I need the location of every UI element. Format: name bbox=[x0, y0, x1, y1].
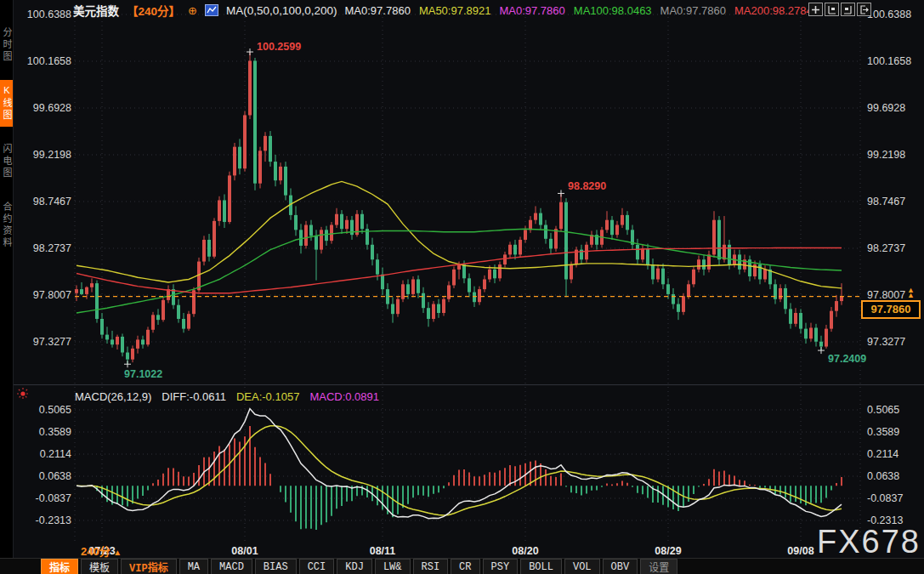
svg-text:100.1658: 100.1658 bbox=[27, 55, 71, 67]
svg-text:100.1658: 100.1658 bbox=[867, 55, 911, 67]
chart-header: 美元指数 【240分】 ⊕ MA(0,50,0,100,0,200) MA0:9… bbox=[73, 2, 821, 19]
svg-text:99.6928: 99.6928 bbox=[33, 102, 71, 114]
toolbar-button-VIP指标[interactable]: VIP指标 bbox=[121, 559, 177, 574]
svg-text:-0.0837: -0.0837 bbox=[867, 492, 903, 504]
svg-text:99.2198: 99.2198 bbox=[867, 149, 905, 161]
ma-value-label: MA0:97.7860 bbox=[345, 4, 411, 17]
svg-text:-0.0837: -0.0837 bbox=[36, 492, 71, 504]
sidebar-tab-3[interactable]: 合约资料 bbox=[0, 196, 13, 254]
toolbar-button-LW&[interactable]: LW& bbox=[375, 559, 411, 574]
toolbar-button-指标[interactable]: 指标 bbox=[41, 559, 78, 574]
toolbar-button-OBV[interactable]: OBV bbox=[603, 559, 638, 574]
sidebar-tab-1[interactable]: K线图 bbox=[0, 80, 13, 127]
zoom-axis-left-icon[interactable] bbox=[825, 3, 839, 16]
chart-tool-buttons bbox=[808, 3, 871, 16]
svg-text:98.2737: 98.2737 bbox=[33, 242, 71, 254]
svg-text:0.0638: 0.0638 bbox=[867, 470, 899, 482]
svg-text:97.2409: 97.2409 bbox=[828, 353, 866, 365]
svg-text:08/29: 08/29 bbox=[655, 545, 681, 557]
svg-text:97.8007: 97.8007 bbox=[867, 289, 905, 301]
toolbar-button-BOLL[interactable]: BOLL bbox=[520, 559, 562, 574]
toolbar-button-MACD[interactable]: MACD bbox=[211, 559, 252, 574]
ma-value-label: MA200:98.2784 bbox=[734, 4, 813, 17]
symbol-name: 美元指数 bbox=[73, 2, 119, 19]
svg-text:0.3589: 0.3589 bbox=[867, 426, 899, 438]
macd-macd-value: MACD:0.0891 bbox=[309, 390, 379, 403]
ma-value-label: MA50:97.8921 bbox=[419, 4, 491, 17]
toolbar-button-KDJ[interactable]: KDJ bbox=[337, 559, 372, 574]
toolbar-button-VOL[interactable]: VOL bbox=[564, 559, 600, 574]
toolbar-button-CR[interactable]: CR bbox=[451, 559, 479, 574]
current-price-tag: 97.7860 bbox=[861, 300, 921, 319]
svg-text:08/01: 08/01 bbox=[231, 545, 258, 557]
toolbar-button-设置[interactable]: 设置 bbox=[640, 559, 677, 574]
macd-diff-value: DIFF:-0.0611 bbox=[162, 390, 226, 403]
sidebar-tab-0[interactable]: 分时图 bbox=[0, 22, 13, 68]
svg-text:98.8290: 98.8290 bbox=[568, 180, 606, 192]
ma-settings-label: MA(0,50,0,100,0,200) bbox=[226, 4, 337, 17]
svg-text:08/20: 08/20 bbox=[512, 545, 538, 557]
chart-type-sidebar: 分时图K线图闪电图合约资料 bbox=[0, 0, 14, 574]
zoom-axis-right-icon[interactable] bbox=[841, 3, 855, 16]
toolbar-button-RSI[interactable]: RSI bbox=[413, 559, 449, 574]
macd-dea-value: DEA:-0.1057 bbox=[236, 390, 299, 403]
svg-text:-0.2313: -0.2313 bbox=[36, 514, 71, 526]
macd-formula-label: MACD(26,12,9) bbox=[75, 390, 151, 403]
macd-header: MACD(26,12,9) DIFF:-0.0611 DEA:-0.1057 M… bbox=[75, 390, 379, 403]
ma-value-label: MA0:97.7860 bbox=[499, 4, 564, 17]
svg-text:98.7467: 98.7467 bbox=[33, 196, 71, 207]
svg-text:100.6388: 100.6388 bbox=[867, 9, 911, 20]
watermark: FX678 bbox=[817, 524, 921, 560]
svg-text:100.6388: 100.6388 bbox=[27, 9, 71, 20]
svg-text:98.2737: 98.2737 bbox=[867, 242, 905, 254]
trading-app-window: 100.259997.102298.829097.2409100.6388100… bbox=[0, 0, 924, 574]
svg-text:0.5065: 0.5065 bbox=[867, 404, 899, 416]
indicator-toolbar: 指标模板VIP指标MAMACDBIASCCIKDJLW&RSICRPSYBOLL… bbox=[0, 558, 924, 574]
toolbar-button-CCI[interactable]: CCI bbox=[299, 559, 335, 574]
period-label: 【240分】 bbox=[127, 2, 180, 19]
svg-text:97.8007: 97.8007 bbox=[33, 289, 71, 301]
plus-circle-icon[interactable]: ⊕ bbox=[188, 4, 197, 17]
svg-text:100.2599: 100.2599 bbox=[257, 41, 301, 53]
svg-text:99.2198: 99.2198 bbox=[33, 149, 71, 161]
sidebar-tab-2[interactable]: 闪电图 bbox=[0, 139, 13, 185]
ma-value-label: MA100:98.0463 bbox=[574, 4, 652, 17]
svg-text:97.3277: 97.3277 bbox=[33, 336, 71, 348]
svg-text:0.2114: 0.2114 bbox=[40, 448, 71, 460]
up-triangle-icon: ▲ bbox=[113, 548, 122, 557]
svg-text:98.7467: 98.7467 bbox=[867, 196, 905, 207]
svg-text:99.6928: 99.6928 bbox=[867, 102, 905, 114]
footer-period[interactable]: 240分 ▲ bbox=[81, 543, 122, 559]
svg-text:0.5065: 0.5065 bbox=[39, 404, 71, 416]
svg-text:0.0638: 0.0638 bbox=[39, 470, 71, 482]
svg-text:0.2114: 0.2114 bbox=[867, 448, 898, 460]
svg-text:09/08: 09/08 bbox=[787, 545, 813, 557]
record-indicator-icon[interactable] bbox=[16, 387, 30, 404]
move-tool-icon[interactable] bbox=[808, 3, 823, 16]
price-alert-icon[interactable]: ▲▲ bbox=[907, 287, 915, 298]
svg-text:0.3589: 0.3589 bbox=[39, 426, 71, 438]
toolbar-button-BIAS[interactable]: BIAS bbox=[255, 559, 297, 574]
chart-canvas[interactable]: 100.259997.102298.829097.2409100.6388100… bbox=[0, 0, 924, 574]
svg-text:97.3277: 97.3277 bbox=[867, 336, 905, 348]
indicator-chart-icon[interactable] bbox=[205, 4, 218, 16]
ma-value-label: MA0:97.7860 bbox=[660, 4, 726, 17]
svg-text:08/11: 08/11 bbox=[370, 545, 396, 557]
svg-text:97.1022: 97.1022 bbox=[124, 368, 162, 380]
toolbar-button-PSY[interactable]: PSY bbox=[483, 559, 519, 574]
toolbar-button-MA[interactable]: MA bbox=[179, 559, 208, 574]
ma-values: MA0:97.7860MA50:97.8921MA0:97.7860MA100:… bbox=[345, 4, 821, 17]
exit-chart-icon[interactable] bbox=[857, 3, 871, 16]
toolbar-button-模板[interactable]: 模板 bbox=[81, 559, 118, 574]
